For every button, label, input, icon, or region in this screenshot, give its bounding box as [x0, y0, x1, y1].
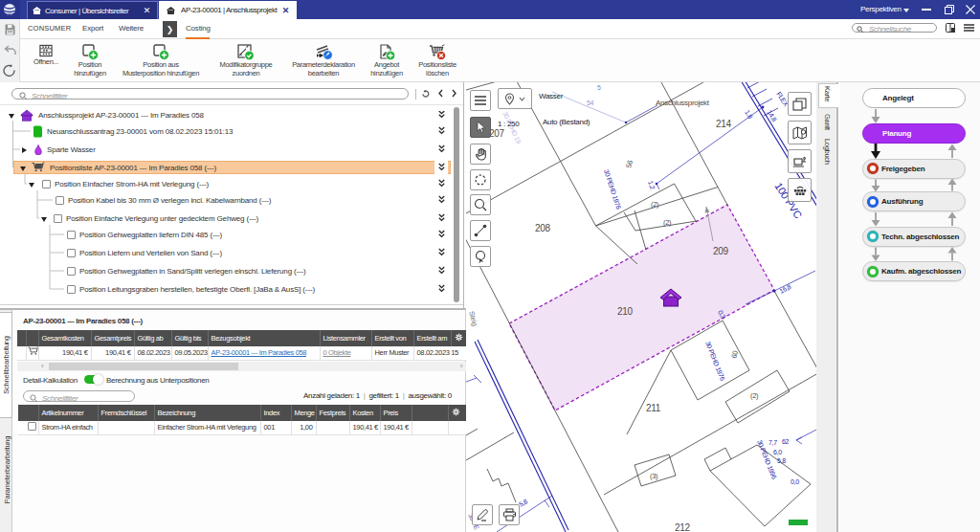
svg-text:Steig: Steig — [467, 310, 479, 327]
svg-text:30 PEHD 1976: 30 PEHD 1976 — [603, 168, 622, 211]
svg-text:1,2: 1,2 — [647, 180, 657, 190]
svg-text:210: 210 — [617, 306, 634, 317]
svg-text:30 PEHD 1976: 30 PEHD 1976 — [704, 341, 726, 382]
svg-text:5: 5 — [597, 84, 601, 91]
svg-text:(2): (2) — [750, 391, 759, 400]
svg-text:14,8: 14,8 — [766, 109, 778, 123]
svg-text:5,8: 5,8 — [777, 457, 786, 464]
svg-text:212: 212 — [675, 522, 691, 532]
svg-text:56: 56 — [624, 160, 635, 169]
svg-text:208: 208 — [535, 223, 551, 233]
svg-text:62: 62 — [782, 438, 790, 445]
svg-text:214: 214 — [716, 119, 732, 129]
svg-text:207: 207 — [489, 128, 505, 139]
svg-text:60: 60 — [729, 350, 740, 360]
svg-text:Anschlussprojekt: Anschlussprojekt — [656, 99, 710, 107]
svg-text:1,8: 1,8 — [744, 109, 754, 121]
svg-text:(3): (3) — [650, 472, 658, 480]
svg-text:0,0: 0,0 — [791, 478, 799, 485]
svg-text:54: 54 — [587, 100, 594, 106]
svg-text:7,7: 7,7 — [768, 439, 777, 446]
svg-text:6,0: 6,0 — [773, 449, 782, 455]
svg-text:211: 211 — [646, 403, 661, 413]
svg-text:(2): (2) — [651, 200, 659, 209]
svg-text:(2): (2) — [663, 218, 672, 227]
svg-text:16,8: 16,8 — [778, 283, 792, 295]
svg-text:209: 209 — [713, 246, 729, 256]
